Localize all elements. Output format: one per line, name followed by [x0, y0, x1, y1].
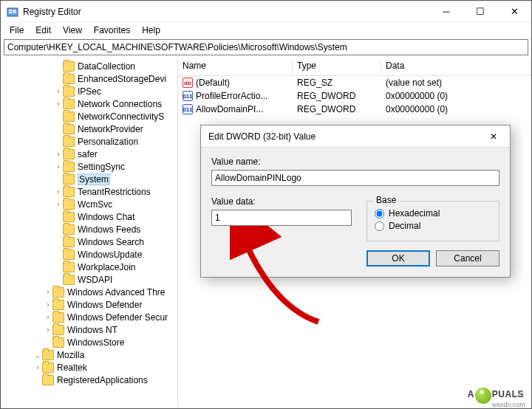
tree-item[interactable]: ›Windows Advanced Thre	[1, 286, 177, 298]
tree-item[interactable]: WorkplaceJoin	[1, 261, 177, 273]
tree-item[interactable]: ›WcmSvc	[1, 198, 177, 210]
tree-item[interactable]: NetworkProvider	[1, 123, 177, 135]
expander-icon[interactable]: ›	[44, 300, 52, 309]
cell-data: 0x00000000 (0)	[381, 91, 531, 101]
expander-icon[interactable]: ›	[54, 200, 63, 208]
radio-hex-label[interactable]: Hexadecimal	[375, 208, 491, 219]
tree-pane[interactable]: DataCollectionEnhancedStorageDevi›IPSec›…	[1, 58, 178, 407]
tree-item-label: Mozilla	[57, 350, 84, 360]
tree-item-label: SettingSync	[78, 162, 125, 172]
window-title: Registry Editor	[23, 7, 81, 17]
expander-icon[interactable]: ⌄	[33, 351, 42, 359]
menu-view[interactable]: View	[57, 24, 88, 37]
tree-item-label: WorkplaceJoin	[78, 262, 135, 272]
list-row[interactable]: ab(Default)REG_SZ(value not set)	[178, 76, 531, 89]
cell-type: REG_DWORD	[293, 104, 381, 114]
expander-icon[interactable]: ›	[44, 313, 52, 321]
tree-item[interactable]: ⌄Mozilla	[1, 348, 177, 361]
tree-item[interactable]: EnhancedStorageDevi	[1, 72, 177, 85]
tree-item[interactable]: ›safer	[1, 148, 177, 160]
tree-item[interactable]: Personalization	[1, 135, 177, 148]
tree-item[interactable]: WSDAPI	[1, 273, 177, 286]
tree-item[interactable]: Windows Search	[1, 236, 177, 248]
close-button[interactable]: ✕	[497, 1, 531, 23]
tree-item[interactable]: ›TenantRestrictions	[1, 185, 177, 198]
radio-dec-label[interactable]: Decimal	[375, 221, 491, 231]
value-data-input[interactable]	[211, 210, 352, 226]
menu-favorites[interactable]: Favorites	[88, 24, 136, 37]
base-legend: Base	[373, 195, 399, 205]
menu-help[interactable]: Help	[136, 24, 166, 37]
tree-item[interactable]: DataCollection	[1, 60, 177, 72]
expander-icon[interactable]: ›	[54, 100, 63, 108]
folder-icon	[63, 212, 75, 222]
tree-item-label: Realtek	[57, 362, 87, 373]
tree-item[interactable]: ›IPSec	[1, 85, 177, 97]
tree-item[interactable]: ›SettingSync	[1, 160, 177, 173]
tree-item[interactable]: WindowsUpdate	[1, 248, 177, 261]
dialog-close-button[interactable]: ✕	[477, 126, 510, 148]
address-path: Computer\HKEY_LOCAL_MACHINE\SOFTWARE\Pol…	[7, 42, 347, 52]
maximize-button[interactable]: ☐	[463, 1, 497, 23]
list-row[interactable]: 011AllowDomainPI...REG_DWORD0x00000000 (…	[178, 103, 531, 116]
tree-item-label: Windows Feeds	[78, 224, 140, 235]
expander-icon[interactable]: ›	[44, 326, 52, 334]
cell-name: AllowDomainPI...	[196, 104, 263, 114]
tree-item-label: NetworkProvider	[78, 124, 143, 134]
dialog-title-bar: Edit DWORD (32-bit) Value ✕	[201, 126, 510, 148]
tree-item[interactable]: RegisteredApplications	[1, 374, 177, 386]
menu-edit[interactable]: Edit	[30, 24, 57, 37]
col-header-type[interactable]: Type	[293, 58, 381, 75]
expander-icon[interactable]: ›	[33, 363, 42, 371]
folder-icon	[42, 350, 54, 360]
expander-icon[interactable]: ›	[44, 288, 52, 296]
tree-item-label: Windows Defender Secur	[67, 312, 168, 323]
title-bar: Registry Editor ─ ☐ ✕	[1, 1, 531, 23]
ok-button[interactable]: OK	[366, 250, 430, 267]
tree-item[interactable]: WindowsStore	[1, 336, 177, 348]
tree-item[interactable]: System	[1, 173, 177, 185]
radio-hex[interactable]	[375, 209, 384, 219]
value-name-input[interactable]	[211, 170, 499, 186]
tree-item-label: WindowsStore	[67, 337, 124, 348]
tree-item[interactable]: ›Network Connections	[1, 97, 177, 110]
tree-item[interactable]: NetworkConnectivityS	[1, 110, 177, 123]
address-bar[interactable]: Computer\HKEY_LOCAL_MACHINE\SOFTWARE\Pol…	[4, 39, 528, 55]
cancel-button[interactable]: Cancel	[436, 250, 499, 267]
tree-item[interactable]: ›Windows Defender	[1, 298, 177, 311]
radio-dec[interactable]	[375, 221, 384, 231]
edit-dword-dialog: Edit DWORD (32-bit) Value ✕ Value name: …	[200, 125, 511, 278]
tree-item-label: safer	[78, 149, 98, 159]
tree-item[interactable]: Windows Feeds	[1, 223, 177, 236]
col-header-name[interactable]: Name	[178, 58, 293, 75]
expander-icon[interactable]: ›	[54, 188, 63, 196]
menu-file[interactable]: File	[4, 24, 30, 37]
folder-icon	[63, 86, 75, 97]
reg-sz-icon: ab	[183, 78, 193, 88]
tree-item-label: Windows Chat	[78, 212, 134, 222]
folder-icon	[52, 287, 64, 298]
expander-icon[interactable]: ›	[54, 150, 63, 158]
minimize-button[interactable]: ─	[429, 1, 463, 23]
svg-rect-3	[13, 10, 16, 13]
cell-name: ProfileErrorActio...	[196, 91, 267, 101]
reg-dword-icon: 011	[183, 104, 193, 114]
tree-item[interactable]: ›Windows Defender Secur	[1, 311, 177, 323]
folder-icon	[63, 162, 75, 172]
col-header-data[interactable]: Data	[381, 58, 531, 75]
folder-icon	[63, 275, 75, 285]
tree-item[interactable]: Windows Chat	[1, 210, 177, 223]
menu-bar: File Edit View Favorites Help	[1, 23, 531, 38]
tree-item-label: WcmSvc	[78, 199, 112, 210]
expander-icon[interactable]: ›	[54, 162, 63, 171]
folder-icon	[63, 199, 75, 210]
tree-item-label: RegisteredApplications	[57, 375, 148, 385]
tree-item[interactable]: ›Windows NT	[1, 323, 177, 336]
tree-item-label: Windows Defender	[67, 300, 142, 310]
dialog-title: Edit DWORD (32-bit) Value	[208, 131, 316, 142]
cell-data: (value not set)	[381, 78, 531, 88]
cell-name: (Default)	[196, 78, 230, 88]
list-row[interactable]: 011ProfileErrorActio...REG_DWORD0x000000…	[178, 89, 531, 103]
tree-item[interactable]: ›Realtek	[1, 361, 177, 374]
expander-icon[interactable]: ›	[54, 87, 63, 95]
